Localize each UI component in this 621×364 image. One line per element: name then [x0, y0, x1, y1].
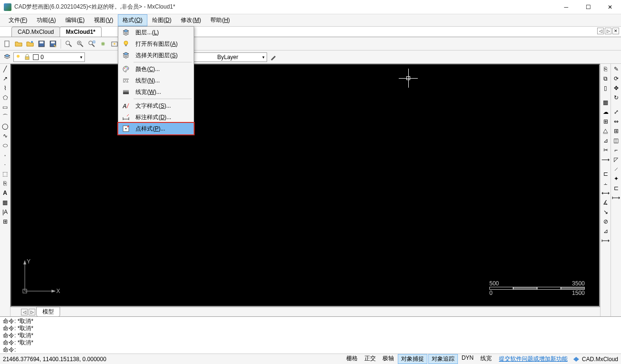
menu-文件[interactable]: 文件(F): [4, 14, 32, 26]
snap-DYN[interactable]: DYN: [459, 354, 476, 364]
arc-tool[interactable]: ⌒: [1, 112, 10, 121]
line-tool[interactable]: ╱: [1, 65, 10, 73]
join-tool[interactable]: ⫠: [601, 179, 610, 188]
polygon-tool[interactable]: ⬠: [1, 93, 10, 102]
rotate-tool[interactable]: ↻: [612, 93, 621, 102]
measure-tool[interactable]: ⟼: [601, 236, 610, 245]
menu-item-dim[interactable]: 标注样式(D)...: [118, 111, 194, 123]
menu-item-layers[interactable]: 图层...(L): [118, 27, 194, 38]
layout-prev-button[interactable]: ◁: [21, 309, 28, 315]
menu-修改[interactable]: 修改(M): [176, 14, 206, 26]
mirror-tool[interactable]: ⧋: [601, 127, 610, 135]
drawing-canvas[interactable]: Y X 5003500 01500: [10, 64, 600, 307]
snap-正交[interactable]: 正交: [362, 354, 379, 364]
table-tool[interactable]: ⊞: [1, 217, 10, 226]
minimize-button[interactable]: ─: [555, 0, 577, 14]
insert-tool[interactable]: ⎘: [1, 179, 10, 188]
menu-格式[interactable]: 格式(O)图层...(L)打开所有图层(A)选择关闭图层(S)颜色(C)...线…: [118, 14, 147, 26]
break-tool[interactable]: ⊏: [601, 170, 610, 178]
open-file-button[interactable]: [13, 39, 24, 49]
trim2-tool[interactable]: ⟋: [612, 165, 621, 173]
scale-tool[interactable]: ⤢: [612, 108, 621, 116]
explode-tool[interactable]: ✦: [612, 174, 621, 183]
menu-item-layers[interactable]: 选择关闭图层(S): [118, 50, 194, 61]
menu-视图[interactable]: 视图(V): [89, 14, 118, 26]
dim-lin-tool[interactable]: ⟷: [601, 189, 610, 197]
zoom-extents-button[interactable]: [86, 39, 97, 49]
text-tool[interactable]: A: [1, 189, 10, 197]
block-tool[interactable]: ⬚: [1, 170, 10, 178]
menu-item-point[interactable]: 点样式(P)...: [117, 122, 195, 135]
lengthen-tool[interactable]: ⟼: [612, 193, 621, 202]
snap-对象捕捉[interactable]: 对象捕捉: [398, 354, 427, 364]
menu-绘图[interactable]: 绘图(D): [147, 14, 176, 26]
cloud-tool[interactable]: ☁: [601, 108, 610, 116]
brush-button[interactable]: [268, 52, 279, 62]
menu-item-textA[interactable]: A文字样式(S)...: [118, 100, 194, 111]
pan-button[interactable]: [98, 39, 108, 49]
model-tab[interactable]: 模型: [36, 307, 60, 317]
tab-next-button[interactable]: ▷: [605, 28, 611, 34]
extend-tool[interactable]: ⟶: [601, 155, 610, 164]
stretch-tool[interactable]: ⇔: [612, 117, 621, 126]
zoom-window-button[interactable]: [63, 39, 74, 49]
snap-极轴[interactable]: 极轴: [380, 354, 397, 364]
snap-栅格[interactable]: 栅格: [343, 354, 361, 364]
dim-rad-tool[interactable]: ⊘: [601, 217, 610, 226]
spline-tool[interactable]: ∿: [1, 131, 10, 140]
point-tool[interactable]: ·: [1, 160, 10, 169]
dim-ang-tool[interactable]: ∡: [601, 198, 610, 207]
pline-tool[interactable]: ⌇: [1, 84, 10, 92]
new-file-button[interactable]: [2, 39, 12, 49]
mirror2-tool[interactable]: ◫: [612, 136, 621, 145]
layer-combo[interactable]: 0 ▾: [13, 52, 85, 62]
feedback-link[interactable]: 提交软件问题或增加新功能: [499, 355, 568, 363]
copy-tool[interactable]: ⎘: [601, 65, 610, 73]
layout-next-button[interactable]: ▷: [29, 309, 35, 315]
tab-prev-button[interactable]: ◁: [597, 28, 604, 34]
dim-dia-tool[interactable]: ⊿: [601, 227, 610, 235]
move-tool[interactable]: ✥: [612, 84, 621, 92]
maximize-button[interactable]: ☐: [577, 0, 599, 14]
grid2-tool[interactable]: ⊞: [601, 117, 610, 126]
snap-对象追踪[interactable]: 对象追踪: [428, 354, 458, 364]
snap-线宽[interactable]: 线宽: [477, 354, 495, 364]
grid-tool[interactable]: ▦: [601, 98, 610, 107]
rect-tool[interactable]: ▭: [1, 103, 10, 111]
fillet-tool[interactable]: ⌐: [612, 146, 621, 154]
command-window[interactable]: 命令: *取消*命令: *取消*命令: *取消*命令: *取消*命令:: [0, 316, 621, 354]
menu-item-linewt[interactable]: 线宽(W)...: [118, 86, 194, 98]
copyclip-tool[interactable]: ⟳: [612, 74, 621, 83]
doc-tab[interactable]: CAD.MxCloud: [11, 27, 60, 37]
save-as-button[interactable]: [48, 39, 58, 49]
close-button[interactable]: ✕: [599, 0, 621, 14]
open-cloud-button[interactable]: [25, 39, 35, 49]
leader-tool[interactable]: ↘: [601, 208, 610, 216]
array-tool[interactable]: ⊞: [612, 127, 621, 135]
paste-tool[interactable]: ▯: [601, 84, 610, 92]
xline-tool[interactable]: ↗: [1, 74, 10, 83]
align-tool[interactable]: ⊏: [612, 184, 621, 192]
mtext-tool[interactable]: |A: [1, 208, 10, 216]
erase-tool[interactable]: ✎: [612, 65, 621, 73]
offset-tool[interactable]: ⊿: [601, 136, 610, 145]
circle-tool[interactable]: ◯: [1, 122, 10, 131]
menu-编辑[interactable]: 编辑(E): [61, 14, 89, 26]
chamfer-tool[interactable]: ◸: [612, 155, 621, 164]
layer-manager-button[interactable]: [2, 52, 12, 62]
doc-tab[interactable]: MxCloud1*: [60, 27, 102, 37]
linetype-combo[interactable]: ByLayer ▾: [191, 52, 267, 62]
menu-item-bulb[interactable]: 打开所有图层(A): [118, 38, 194, 50]
hatch-tool[interactable]: ▦: [1, 198, 10, 207]
menu-功能[interactable]: 功能(A): [32, 14, 61, 26]
menu-item-linetype[interactable]: 线型(N)...: [118, 75, 194, 86]
ellipse-arc-tool[interactable]: ⬫: [1, 151, 10, 159]
save-button[interactable]: [36, 39, 47, 49]
trim-tool[interactable]: ✂: [601, 146, 610, 154]
menu-帮助[interactable]: 帮助(H): [206, 14, 235, 26]
ellipse-tool[interactable]: ⬭: [1, 141, 10, 150]
zoom-in-button[interactable]: [75, 39, 85, 49]
copy2-tool[interactable]: ⧉: [601, 74, 610, 83]
menu-item-palette[interactable]: 颜色(C)...: [118, 63, 194, 75]
tab-close-button[interactable]: ✕: [612, 28, 619, 34]
